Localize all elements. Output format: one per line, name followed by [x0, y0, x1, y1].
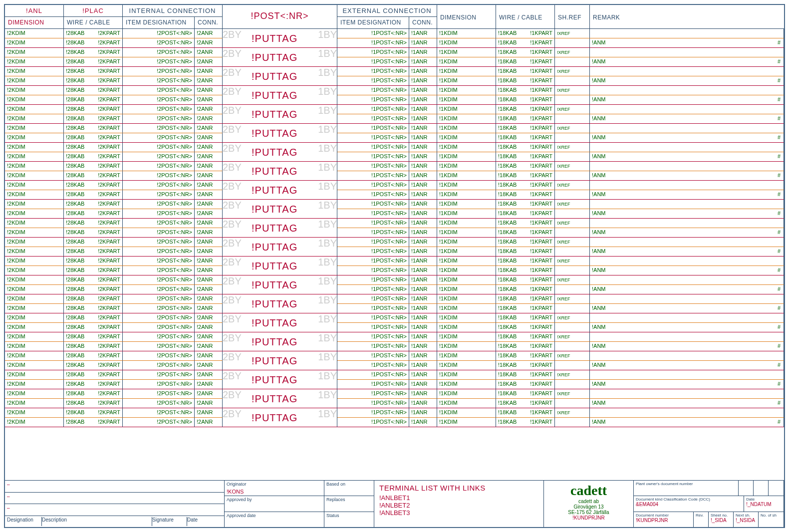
cell: !18KAB!1KPART — [496, 361, 555, 370]
cell: !1ANR — [409, 332, 437, 342]
cell: !1POST<:NR> — [337, 304, 409, 313]
tb-sheetno-lbl: Sheet no. — [711, 513, 731, 518]
cell: !2ANR — [195, 342, 223, 351]
remark-cell — [590, 275, 784, 285]
cell: !2POST<:NR> — [123, 133, 195, 143]
cell: !2ANR — [195, 162, 223, 171]
cell: !1POST<:NR> — [337, 162, 409, 171]
cell: !18KAB!1KPART — [496, 285, 555, 294]
remark-cell: !ANM# — [590, 380, 784, 389]
centre-cell: 2BY !PUTTAG 1BY — [223, 124, 337, 133]
remark-cell: !ANM# — [590, 38, 784, 48]
cell: !18KAB!1KPART — [496, 380, 555, 389]
tb-appdate-lbl: Approved date — [227, 513, 322, 518]
cell: !1POST<:NR> — [337, 181, 409, 190]
cell: !1KDIM — [437, 190, 496, 200]
cell: !2POST<:NR> — [123, 361, 195, 370]
cell: !18KAB!1KPART — [496, 209, 555, 219]
cell: !28KAB!2KPART — [64, 57, 123, 67]
cell: !1KDIM — [437, 114, 496, 124]
centre-cell: 2BY !PUTTAG 1BY — [223, 143, 337, 152]
cell: !28KAB!2KPART — [64, 399, 123, 408]
remark-cell: !ANM# — [590, 304, 784, 313]
shref-cell2 — [555, 171, 590, 181]
cell: !2ANR — [195, 29, 223, 38]
cell: !1POST<:NR> — [337, 389, 409, 399]
shref-cell: !XREF — [555, 257, 590, 266]
cell: !1POST<:NR> — [337, 294, 409, 304]
shref-cell: !XREF — [555, 332, 590, 342]
centre-cell: 2BY !PUTTAG 1BY — [223, 238, 337, 247]
cell: !2KDIM — [5, 162, 64, 171]
cell: !2KDIM — [5, 304, 64, 313]
cell: !28KAB!2KPART — [64, 275, 123, 285]
cell: !2ANR — [195, 152, 223, 162]
shref-cell: !XREF — [555, 67, 590, 76]
table-rowpair: !2KDIM!28KAB!2KPART!2POST<:NR>!2ANR 2BY … — [5, 238, 784, 257]
centre-cell-b — [223, 418, 337, 427]
cell: !2KDIM — [5, 418, 64, 427]
remark-cell — [590, 294, 784, 304]
centre-cell-b — [223, 171, 337, 181]
cell: !2KDIM — [5, 332, 64, 342]
hdr-external: EXTERNAL CONNECTION — [337, 5, 437, 17]
cell: !2POST<:NR> — [123, 105, 195, 114]
cell: !1ANR — [409, 238, 437, 247]
cell: !1ANR — [409, 29, 437, 38]
cell: !28KAB!2KPART — [64, 133, 123, 143]
cell: !1ANR — [409, 313, 437, 323]
hdr-internal: INTERNAL CONNECTION — [123, 5, 223, 17]
cell: !28KAB!2KPART — [64, 351, 123, 361]
cell: !2KDIM — [5, 200, 64, 209]
cell: !1KDIM — [437, 86, 496, 95]
table-header: !ANL DIMENSION !PLAC WIRE / CABLE INTERN… — [5, 5, 784, 29]
cell: !2POST<:NR> — [123, 181, 195, 190]
cell: !1ANR — [409, 266, 437, 275]
cell: !2ANR — [195, 200, 223, 209]
cell: !2ANR — [195, 86, 223, 95]
shref-cell: !XREF — [555, 48, 590, 57]
cell: !1POST<:NR> — [337, 380, 409, 389]
cell: !28KAB!2KPART — [64, 124, 123, 133]
shref-cell2 — [555, 133, 590, 143]
cell: !2POST<:NR> — [123, 190, 195, 200]
logo: cadett — [546, 483, 631, 499]
logo-addr2: SE-175 62 Järfälla — [546, 510, 631, 515]
tb-status-lbl: Status — [326, 513, 372, 518]
shref-cell2 — [555, 114, 590, 124]
cell: !2POST<:NR> — [123, 67, 195, 76]
cell: !2ANR — [195, 323, 223, 332]
cell: !2POST<:NR> — [123, 389, 195, 399]
cell: !2KDIM — [5, 181, 64, 190]
cell: !2POST<:NR> — [123, 219, 195, 228]
cell: !28KAB!2KPART — [64, 105, 123, 114]
cell: !18KAB!1KPART — [496, 152, 555, 162]
cell: !2ANR — [195, 67, 223, 76]
cell: !1POST<:NR> — [337, 105, 409, 114]
centre-cell: 2BY !PUTTAG 1BY — [223, 48, 337, 57]
cell: !1POST<:NR> — [337, 238, 409, 247]
centre-cell: 2BY !PUTTAG 1BY — [223, 294, 337, 304]
cell: !2ANR — [195, 228, 223, 238]
cell: !2KDIM — [5, 76, 64, 86]
cell: !1KDIM — [437, 361, 496, 370]
centre-cell: 2BY !PUTTAG 1BY — [223, 389, 337, 399]
cell: !1KDIM — [437, 418, 496, 427]
cell: !2KDIM — [5, 361, 64, 370]
centre-cell-b — [223, 133, 337, 143]
shref-cell2 — [555, 323, 590, 332]
cell: !2POST<:NR> — [123, 332, 195, 342]
cell: !2POST<:NR> — [123, 57, 195, 67]
table-rowpair: !2KDIM!28KAB!2KPART!2POST<:NR>!2ANR 2BY … — [5, 181, 784, 200]
shref-cell: !XREF — [555, 105, 590, 114]
cell: !2ANR — [195, 238, 223, 247]
remark-cell: !ANM# — [590, 190, 784, 200]
cell: !2KDIM — [5, 105, 64, 114]
cell: !2POST<:NR> — [123, 304, 195, 313]
cell: !1POST<:NR> — [337, 67, 409, 76]
cell: !1ANR — [409, 48, 437, 57]
shref-cell2 — [555, 342, 590, 351]
cell: !1KDIM — [437, 200, 496, 209]
remark-cell: !ANM# — [590, 228, 784, 238]
tb-kundprjnr: !KUNDPRJNR — [546, 515, 631, 521]
